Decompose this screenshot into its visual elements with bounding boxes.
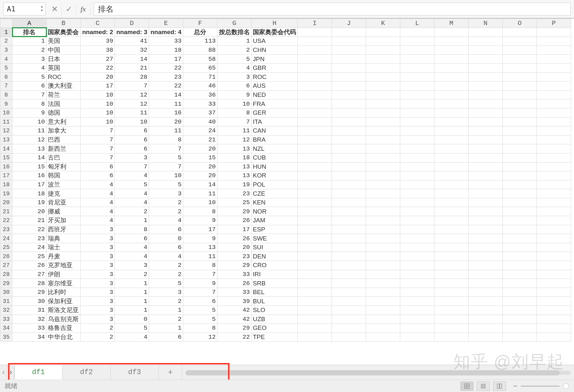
cell-N32[interactable] [469,306,503,315]
cell-N15[interactable] [469,153,503,162]
cell-I27[interactable] [298,261,332,270]
cell-C30[interactable]: 3 [81,288,115,297]
cell-N29[interactable] [469,279,503,288]
cell-A21[interactable]: 20 [12,207,47,216]
cell-C25[interactable]: 3 [81,243,115,252]
cell-D9[interactable]: 12 [115,99,149,109]
cell-B10[interactable]: 德国 [47,108,81,117]
cell-G13[interactable]: 12 [217,135,252,144]
cell-M5[interactable] [434,63,469,72]
cell-O21[interactable] [503,207,537,216]
cell-A19[interactable]: 18 [12,189,47,198]
cell-D30[interactable]: 1 [115,288,149,297]
cell-A17[interactable]: 16 [12,171,47,180]
cell-E17[interactable]: 10 [149,171,183,180]
cell-I14[interactable] [298,144,332,153]
cell-C34[interactable]: 2 [81,324,115,333]
row-header-4[interactable]: 4 [0,55,12,64]
cell-B16[interactable]: 匈牙利 [47,162,81,171]
row-header-24[interactable]: 24 [0,234,12,243]
cell-M8[interactable] [434,90,469,99]
cell-E34[interactable]: 1 [149,324,183,333]
cell-O23[interactable] [503,225,537,234]
row-header-12[interactable]: 12 [0,126,12,136]
cell-J16[interactable] [332,162,366,171]
row-header-14[interactable]: 14 [0,144,12,153]
cell-J30[interactable] [332,288,366,297]
column-header-D[interactable]: D [115,19,149,28]
cell-F25[interactable]: 13 [183,243,217,252]
cell-C27[interactable]: 3 [81,261,115,270]
cell-I19[interactable] [298,189,332,198]
cell-B30[interactable]: 比利时 [47,288,81,297]
cell-H24[interactable]: SWE [252,234,298,243]
row-header-33[interactable]: 33 [0,315,12,324]
cell-I5[interactable] [298,63,332,72]
cell-M22[interactable] [434,216,469,225]
cell-G15[interactable]: 18 [217,153,252,162]
cell-O20[interactable] [503,198,537,207]
cell-C26[interactable]: 3 [81,252,115,261]
cell-G24[interactable]: 26 [217,234,252,243]
cell-K27[interactable] [366,261,400,270]
cell-B9[interactable]: 法国 [47,99,81,109]
cell-E11[interactable]: 20 [149,117,183,126]
cell-O2[interactable] [503,37,537,46]
cell-E12[interactable]: 11 [149,126,183,136]
cell-J6[interactable] [332,72,366,82]
cell-B32[interactable]: 斯洛文尼亚 [47,306,81,315]
cell-O10[interactable] [503,108,537,117]
cell-O4[interactable] [503,55,537,64]
cell-H9[interactable]: FRA [252,99,298,109]
cell-E8[interactable]: 14 [149,90,183,99]
cell-D28[interactable]: 2 [115,270,149,279]
cell-G5[interactable]: 4 [217,63,252,72]
cell-A2[interactable]: 1 [12,37,47,46]
cell-J21[interactable] [332,207,366,216]
cell-A22[interactable]: 21 [12,216,47,225]
cell-J35[interactable] [332,333,366,342]
row-header-23[interactable]: 23 [0,225,12,234]
cell-A23[interactable]: 22 [12,225,47,234]
cell-J26[interactable] [332,252,366,261]
cell-K25[interactable] [366,243,400,252]
cell-P29[interactable] [537,279,571,288]
cell-I18[interactable] [298,180,332,189]
cell-K14[interactable] [366,144,400,153]
cell-K32[interactable] [366,306,400,315]
cell-L10[interactable] [400,108,434,117]
cell-L6[interactable] [400,72,434,82]
cell-M33[interactable] [434,315,469,324]
cell-I31[interactable] [298,297,332,306]
cell-M11[interactable] [434,117,469,126]
cell-I17[interactable] [298,171,332,180]
cell-J24[interactable] [332,234,366,243]
row-header-20[interactable]: 20 [0,198,12,207]
cell-M15[interactable] [434,153,469,162]
cell-P11[interactable] [537,117,571,126]
column-header-N[interactable]: N [469,19,503,28]
cell-D20[interactable]: 4 [115,198,149,207]
cell-G6[interactable]: 3 [217,72,252,82]
cell-I2[interactable] [298,37,332,46]
cell-H18[interactable]: POL [252,180,298,189]
row-header-16[interactable]: 16 [0,162,12,171]
cell-I24[interactable] [298,234,332,243]
cell-P31[interactable] [537,297,571,306]
view-normal-button[interactable] [460,382,473,391]
cell-H33[interactable]: UZB [252,315,298,324]
cell-N26[interactable] [469,252,503,261]
cell-O11[interactable] [503,117,537,126]
cell-C4[interactable]: 27 [81,55,115,64]
cell-K22[interactable] [366,216,400,225]
tab-nav-next-button[interactable] [7,365,14,380]
cell-C3[interactable]: 38 [81,46,115,55]
cell-M4[interactable] [434,55,469,64]
cell-F30[interactable]: 7 [183,288,217,297]
view-pagelayout-button[interactable] [477,382,490,391]
cell-I33[interactable] [298,315,332,324]
cell-O6[interactable] [503,72,537,82]
formula-input[interactable]: 排名 [94,3,571,16]
cell-J10[interactable] [332,108,366,117]
cell-H16[interactable]: HUN [252,162,298,171]
